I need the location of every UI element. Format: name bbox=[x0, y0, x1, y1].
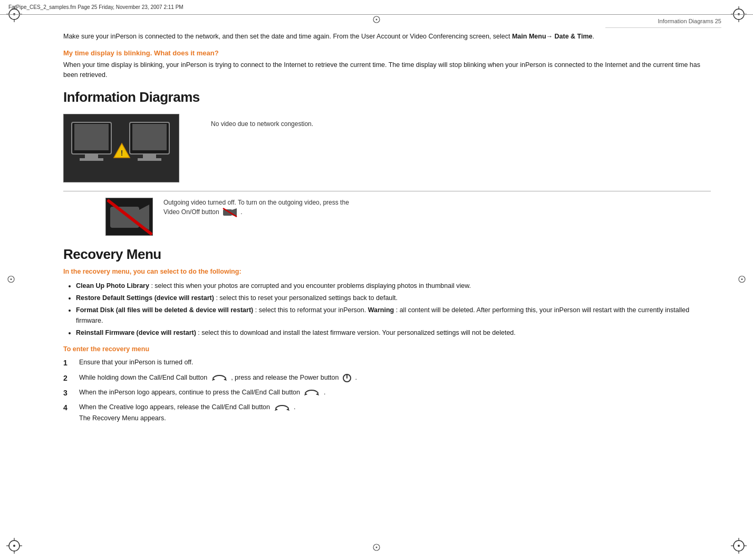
call-end-icon-3 bbox=[274, 402, 291, 413]
center-mark-left bbox=[6, 275, 16, 286]
corner-mark-bottom-right bbox=[731, 538, 747, 554]
svg-rect-38 bbox=[143, 154, 156, 158]
intro-bold: Main Menu→ Date & Time bbox=[512, 33, 593, 40]
bullet-1-text: : select this when your photos are corru… bbox=[151, 282, 471, 289]
diagram-2-caption: Outgoing video turned off. To turn on th… bbox=[163, 198, 364, 217]
diagram-2-image bbox=[105, 198, 153, 236]
step-1-num: 1 bbox=[63, 357, 76, 369]
info-diagrams-title: Information Diagrams bbox=[63, 89, 711, 105]
step-4-num: 4 bbox=[63, 402, 76, 423]
intro-text-after: . bbox=[593, 33, 594, 40]
svg-point-23 bbox=[738, 545, 740, 547]
svg-rect-33 bbox=[74, 124, 109, 150]
bullet-2-text: : select this to reset your personalized… bbox=[216, 294, 398, 302]
bullet-1-bold: Clean Up Photo Library bbox=[76, 282, 149, 289]
steps-list: 1 Ensure that your inPerson is turned of… bbox=[63, 357, 711, 423]
bullet-3-bold: Format Disk (all files will be deleted &… bbox=[76, 306, 253, 314]
svg-rect-35 bbox=[80, 158, 103, 161]
svg-text:!: ! bbox=[121, 149, 123, 157]
intro-paragraph: Make sure your inPerson is connected to … bbox=[63, 32, 711, 42]
svg-point-29 bbox=[11, 278, 12, 280]
bullet-2-bold: Restore Default Settings (device will re… bbox=[76, 294, 214, 302]
diagram-1-caption: No video due to network congestion. bbox=[211, 119, 313, 129]
faq-heading: My time display is blinking. What does i… bbox=[63, 49, 711, 57]
intro-text-before: Make sure your inPerson is connected to … bbox=[63, 33, 512, 40]
bullet-4-bold: Reinstall Firmware (device will restart) bbox=[76, 329, 196, 336]
bullet-1: Clean Up Photo Library : select this whe… bbox=[76, 281, 711, 291]
recovery-subtitle: In the recovery menu, you can select to … bbox=[63, 268, 711, 275]
recovery-menu-title: Recovery Menu bbox=[63, 246, 711, 263]
header-bar: FatPipe_CES_2_samples.fm Page 25 Friday,… bbox=[0, 0, 753, 15]
step-3: 3 When the inPerson logo appears, contin… bbox=[63, 387, 711, 399]
step-1: 1 Ensure that your inPerson is turned of… bbox=[63, 357, 711, 369]
diagram-2-row: Outgoing video turned off. To turn on th… bbox=[105, 198, 711, 236]
diagram-divider bbox=[63, 191, 711, 191]
page-label: Information Diagrams 25 bbox=[605, 15, 721, 28]
svg-point-31 bbox=[741, 278, 743, 280]
svg-rect-34 bbox=[85, 154, 98, 158]
svg-point-27 bbox=[376, 547, 378, 548]
call-end-icon-2 bbox=[303, 388, 320, 398]
svg-point-25 bbox=[376, 19, 378, 21]
svg-point-17 bbox=[13, 545, 15, 547]
center-mark-right bbox=[737, 275, 747, 286]
center-mark-top bbox=[372, 15, 381, 26]
steps-heading: To enter the recovery menu bbox=[63, 345, 711, 353]
step-1-text: Ensure that your inPerson is turned off. bbox=[79, 357, 711, 369]
power-icon bbox=[342, 372, 352, 383]
faq-body: When your time display is blinking, your… bbox=[63, 60, 711, 80]
step-2-text: While holding down the Call/End Call but… bbox=[79, 372, 711, 384]
step-2: 2 While holding down the Call/End Call b… bbox=[63, 372, 711, 384]
corner-mark-bottom-left bbox=[6, 538, 22, 554]
svg-rect-43 bbox=[110, 207, 139, 228]
recovery-bullet-list: Clean Up Photo Library : select this whe… bbox=[76, 281, 711, 338]
diagram-1-row: ! No video due to network congestion. bbox=[63, 114, 711, 182]
diagram-1-image: ! bbox=[63, 114, 179, 182]
bullet-3-bold2: Warning bbox=[368, 306, 394, 314]
step-3-text: When the inPerson logo appears, continue… bbox=[79, 387, 711, 399]
diagram-2-caption-start: Outgoing video turned off. To turn on th… bbox=[163, 199, 349, 216]
bullet-2: Restore Default Settings (device will re… bbox=[76, 293, 711, 303]
diagram-2-caption-end: . bbox=[240, 208, 242, 216]
file-info: FatPipe_CES_2_samples.fm Page 25 Friday,… bbox=[8, 4, 184, 10]
step-2-num: 2 bbox=[63, 372, 76, 384]
bullet-3-text: : select this to reformat your inPerson. bbox=[255, 306, 368, 314]
bullet-4-text: : select this to download and install th… bbox=[198, 329, 515, 336]
main-content: Make sure your inPerson is connected to … bbox=[63, 32, 711, 534]
video-onoff-icon bbox=[223, 208, 237, 218]
step-3-num: 3 bbox=[63, 387, 76, 399]
svg-rect-39 bbox=[138, 158, 161, 161]
bullet-3: Format Disk (all files will be deleted &… bbox=[76, 305, 711, 326]
svg-rect-37 bbox=[132, 124, 167, 150]
call-end-icon-1 bbox=[211, 372, 228, 383]
step-4: 4 When the Creative logo appears, releas… bbox=[63, 402, 711, 423]
center-mark-bottom bbox=[372, 543, 381, 554]
step-4-text: When the Creative logo appears, release … bbox=[79, 402, 711, 423]
bullet-4: Reinstall Firmware (device will restart)… bbox=[76, 327, 711, 338]
